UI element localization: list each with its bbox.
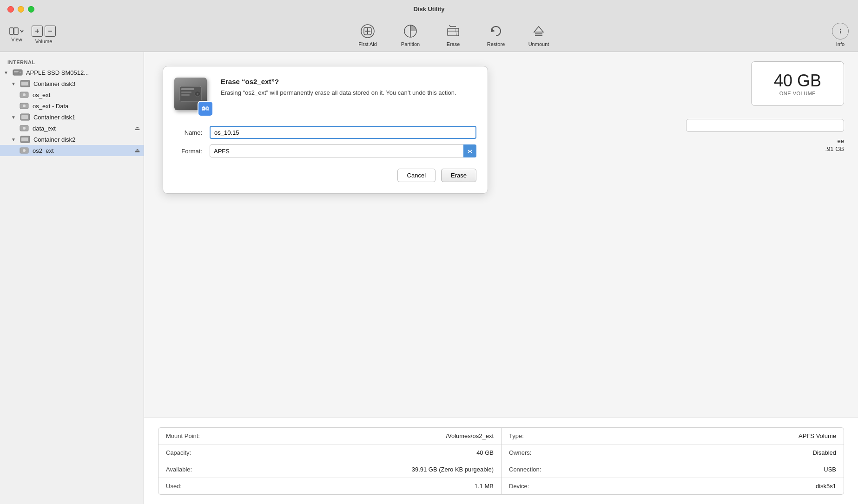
info-icon [836, 27, 845, 35]
dialog-form: Name: Format: APFS Mac OS Extended (Jour… [174, 126, 476, 157]
plus-icon [34, 28, 40, 34]
maximize-button[interactable] [28, 6, 34, 13]
cancel-button[interactable]: Cancel [397, 169, 436, 182]
svg-marker-12 [534, 26, 543, 32]
format-row: Format: APFS Mac OS Extended (Journaled)… [174, 144, 476, 157]
info-row-mount: Mount Point: /Volumes/os2_ext [158, 428, 501, 445]
first-aid-button[interactable]: First Aid [354, 23, 382, 47]
container-icon [20, 113, 31, 121]
sidebar-item-label: data_ext [33, 125, 56, 132]
erase-button[interactable]: Erase [439, 23, 467, 47]
sidebar-item-label: os_ext [33, 92, 50, 98]
info-key-available: Available: [166, 466, 192, 473]
info-col-left: Mount Point: /Volumes/os2_ext Capacity: … [158, 428, 501, 494]
minus-icon [47, 28, 53, 34]
volume-button[interactable]: Volume [32, 26, 56, 44]
sidebar: Internal ▼ APPLE SSD SM0512... ▼ [0, 52, 144, 504]
window-controls [7, 6, 34, 13]
svg-point-24 [23, 93, 26, 96]
info-row-type: Type: APFS Volume [502, 428, 844, 445]
info-val-owners: Disabled [812, 449, 836, 456]
unmount-button[interactable]: Unmount [525, 23, 553, 47]
size-sublabel: ONE VOLUME [770, 91, 825, 96]
first-aid-icon [360, 24, 375, 39]
partition-icon [403, 24, 418, 39]
svg-rect-28 [21, 115, 28, 119]
right-info-panel: 40 GB ONE VOLUME ee .91 GB [686, 61, 844, 152]
info-row-available: Available: 39.91 GB (Zero KB purgeable) [158, 461, 501, 478]
sidebar-item-os2-ext[interactable]: os2_ext ⏏ [0, 145, 144, 156]
format-select[interactable]: APFS Mac OS Extended (Journaled) ExFAT M… [210, 144, 476, 157]
erase-label: Erase [447, 41, 460, 47]
view-button[interactable]: View [9, 27, 24, 42]
volume-icon [19, 102, 30, 110]
sidebar-item-container-disk2[interactable]: ▼ Container disk2 [0, 134, 144, 145]
chevron-down-icon: ▼ [11, 115, 16, 120]
sidebar-item-label: Container disk2 [33, 136, 75, 143]
info-key-capacity: Capacity: [166, 449, 191, 456]
name-label: Name: [174, 129, 202, 136]
content-area: 40 GB ONE VOLUME ee .91 GB [144, 52, 858, 504]
info-section: Mount Point: /Volumes/os2_ext Capacity: … [144, 418, 858, 504]
dialog-description: Erasing “os2_ext” will permanently erase… [221, 88, 456, 98]
dialog-buttons: Cancel Erase [174, 169, 476, 182]
volume-icon [19, 146, 30, 155]
svg-rect-32 [21, 137, 28, 141]
finder-icon [200, 104, 211, 113]
sidebar-item-os-ext[interactable]: os_ext [0, 89, 144, 100]
info-row-device: Device: disk5s1 [502, 478, 844, 494]
sidebar-item-os-ext-data[interactable]: os_ext - Data [0, 100, 144, 111]
view-label: View [11, 37, 22, 42]
window-title: Disk Utility [413, 6, 444, 13]
sidebar-item-container-disk1[interactable]: ▼ Container disk1 [0, 111, 144, 123]
info-row-capacity: Capacity: 40 GB [158, 445, 501, 461]
close-button[interactable] [7, 6, 14, 13]
sidebar-item-label: os_ext - Data [33, 103, 68, 110]
toolbar-actions: First Aid Partition [74, 23, 832, 47]
name-row: Name: [174, 126, 476, 139]
name-input[interactable] [210, 126, 476, 139]
svg-rect-20 [14, 72, 18, 73]
free-size: .91 GB [825, 145, 844, 152]
svg-point-15 [840, 29, 841, 30]
svg-rect-19 [14, 71, 19, 72]
sidebar-item-apple-ssd[interactable]: ▼ APPLE SSD SM0512... [0, 67, 144, 78]
container-icon [20, 135, 31, 144]
erase-confirm-button[interactable]: Erase [441, 169, 476, 182]
hdd-graphic [179, 85, 202, 103]
info-row-owners: Owners: Disabled [502, 445, 844, 461]
restore-button[interactable]: Restore [482, 23, 510, 47]
minimize-button[interactable] [18, 6, 24, 13]
info-key-device: Device: [509, 483, 529, 490]
dialog-disk-icon [174, 78, 211, 115]
svg-point-18 [20, 72, 21, 73]
chevron-down-icon: ▼ [11, 137, 16, 142]
info-val-connection: USB [824, 466, 836, 473]
size-number: 40 GB [770, 71, 825, 91]
search-input[interactable] [686, 119, 844, 132]
info-button[interactable]: Info [832, 23, 849, 47]
svg-point-40 [197, 93, 198, 95]
info-val-device: disk5s1 [816, 483, 836, 490]
sidebar-item-data-ext[interactable]: data_ext ⏏ [0, 123, 144, 134]
unmount-icon [531, 24, 546, 39]
info-grid: Mount Point: /Volumes/os2_ext Capacity: … [158, 427, 844, 495]
info-row-used: Used: 1.1 MB [158, 478, 501, 494]
sidebar-item-label: APPLE SSD SM0512... [26, 69, 89, 76]
view-icon [9, 27, 19, 35]
sidebar-item-container-disk3[interactable]: ▼ Container disk3 [0, 78, 144, 89]
size-display: 40 GB ONE VOLUME [751, 61, 844, 106]
info-key-type: Type: [509, 432, 524, 439]
eject-button-data-ext[interactable]: ⏏ [135, 125, 140, 131]
restore-icon [488, 24, 503, 39]
eject-button-os2-ext[interactable]: ⏏ [135, 147, 140, 154]
restore-label: Restore [487, 41, 505, 47]
info-row-connection: Connection: USB [502, 461, 844, 478]
partition-button[interactable]: Partition [396, 23, 424, 47]
chevron-down-icon: ▼ [11, 81, 16, 86]
info-val-used: 1.1 MB [475, 483, 494, 490]
info-label: Info [836, 41, 845, 47]
format-select-wrap: APFS Mac OS Extended (Journaled) ExFAT M… [210, 144, 476, 157]
info-val-available: 39.91 GB (Zero KB purgeable) [412, 466, 494, 473]
svg-rect-22 [21, 82, 28, 85]
